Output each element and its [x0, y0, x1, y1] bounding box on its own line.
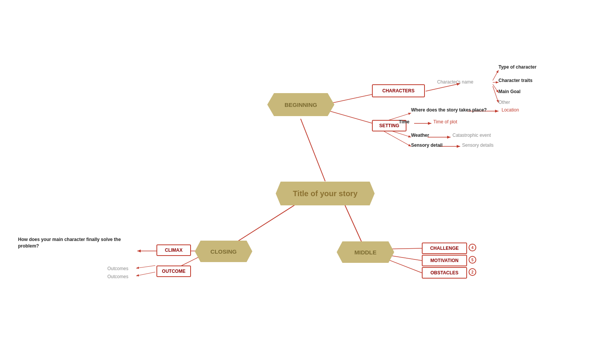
weather-label: Weather: [411, 133, 429, 138]
outcome-label: OUTCOME: [162, 269, 185, 274]
svg-line-27: [385, 259, 422, 273]
challenge-node: CHALLENGE: [422, 243, 467, 254]
outcome-node: OUTCOME: [156, 266, 191, 277]
title-text: Title of your story: [293, 189, 358, 198]
svg-line-7: [426, 84, 460, 91]
catastrophic-event-label: Catastrophic event: [452, 133, 491, 138]
motivation-node: MOTIVATION: [422, 255, 467, 266]
climax-question-label: How does your main character finally sol…: [18, 236, 137, 249]
location-label: Location: [502, 107, 519, 113]
outcome-sub1-label: Outcomes: [107, 266, 128, 271]
character-traits-label: Character traits: [499, 78, 533, 83]
challenge-badge: 4: [469, 244, 476, 251]
challenge-label: CHALLENGE: [430, 246, 459, 251]
obstacles-badge: 2: [469, 268, 476, 276]
beginning-label: BEGINNING: [285, 102, 317, 108]
characters-name-label: Character's name: [437, 79, 473, 85]
obstacles-node: OBSTACLES: [422, 267, 467, 279]
svg-line-24: [136, 272, 155, 276]
setting-label: SETTING: [379, 123, 399, 128]
motivation-label: MOTIVATION: [430, 258, 459, 263]
characters-node: CHARACTERS: [372, 84, 425, 97]
setting-place-label: Where does the story takes place?: [411, 107, 487, 113]
closing-node: CLOSING: [195, 241, 252, 262]
svg-line-23: [136, 266, 155, 268]
climax-node: CLIMAX: [156, 244, 191, 256]
motivation-badge: 5: [469, 256, 476, 264]
type-of-character-label: Type of character: [499, 64, 536, 70]
sensory-detail-label: Sensory detail: [411, 143, 443, 148]
time-label: Time: [399, 119, 410, 125]
middle-node: MIDDLE: [337, 241, 394, 263]
outcome-sub2-label: Outcomes: [107, 274, 128, 279]
other-label: Other: [499, 100, 510, 105]
svg-line-2: [301, 119, 325, 181]
main-goal-label: Main Goal: [499, 89, 520, 94]
middle-label: MIDDLE: [354, 249, 377, 256]
title-node: Title of your story: [276, 182, 375, 205]
obstacles-label: OBSTACLES: [430, 270, 458, 275]
climax-label: CLIMAX: [165, 248, 183, 253]
svg-line-15: [383, 131, 411, 146]
time-of-plot-label: Time of plot: [433, 119, 457, 125]
sensory-details-label: Sensory details: [462, 143, 494, 148]
beginning-node: BEGINNING: [267, 93, 334, 116]
svg-line-8: [493, 70, 499, 80]
closing-label: CLOSING: [211, 248, 237, 255]
characters-label: CHARACTERS: [382, 88, 415, 93]
